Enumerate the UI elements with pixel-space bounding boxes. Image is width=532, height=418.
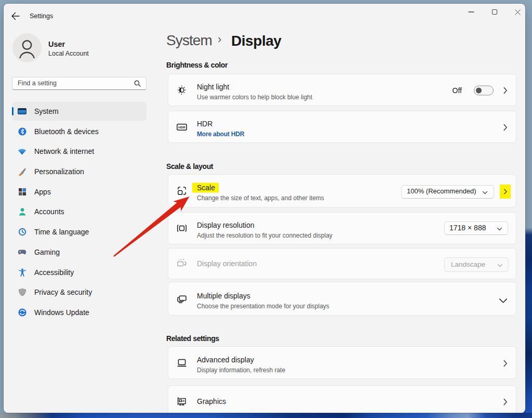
svg-text:HDR: HDR [178, 125, 185, 129]
